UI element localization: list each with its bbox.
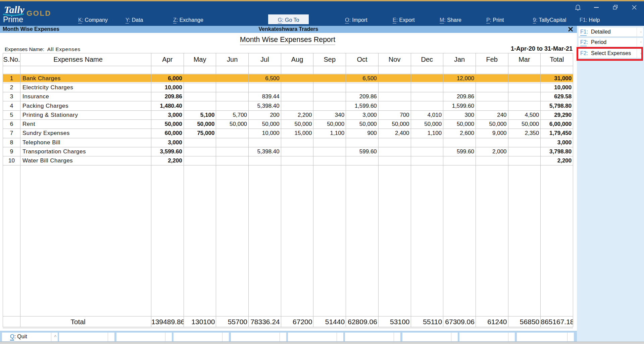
svg-text:Prime: Prime (3, 15, 23, 24)
svg-text:Tally: Tally (4, 5, 24, 15)
